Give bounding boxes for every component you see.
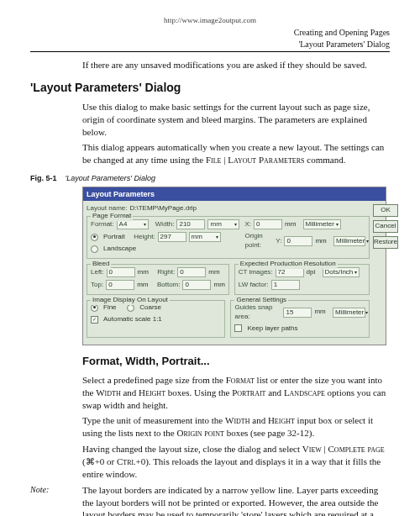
- guides-snap[interactable]: 15: [283, 308, 312, 318]
- group-general: General Settings Guides snap area:15mm M…: [230, 300, 369, 338]
- para-4: Type the unit of measurement into the Wi…: [82, 414, 390, 440]
- layout-parameters-dialog: Layout Parameters Layout name: D:\TEMP\M…: [82, 187, 386, 345]
- heading-format-width: Format, Width, Portrait...: [82, 354, 390, 369]
- intro-text: If there are any unsaved modifications y…: [82, 59, 390, 71]
- height-input[interactable]: 297: [158, 232, 186, 242]
- group-page-format: Page Format Format:A4▾ Width:210mm▾ Port…: [87, 216, 370, 259]
- width-unit[interactable]: mm▾: [207, 219, 239, 229]
- fine-radio[interactable]: [91, 304, 98, 312]
- unit-select-y[interactable]: Millimeter▾: [333, 236, 365, 246]
- format-select[interactable]: A4▾: [117, 219, 149, 229]
- coarse-radio[interactable]: [127, 304, 134, 312]
- bleed-top[interactable]: 0: [106, 280, 134, 290]
- group-bleed: Bleed Left:0mm Right:0mm Top:0mm Bottom:…: [87, 264, 229, 295]
- landscape-radio[interactable]: [91, 245, 98, 253]
- dialog-title: Layout Parameters: [83, 187, 386, 201]
- keep-paths-check[interactable]: [234, 324, 242, 332]
- bleed-left[interactable]: 0: [107, 267, 135, 277]
- figure-caption: Fig. 5-1 'Layout Parameters' Dialog: [30, 173, 390, 183]
- layout-name-value: D:\TEMP\MyPage.drlp: [129, 204, 197, 213]
- para-2: This dialog appears automatically when y…: [82, 141, 390, 166]
- group-resolution: Expected Production Resolution CT images…: [234, 264, 370, 295]
- group-image-display: Image Display On Layout Fine Coarse Auto…: [87, 300, 225, 338]
- header-section: 'Layout Parameters' Dialog: [30, 39, 390, 50]
- origin-x[interactable]: 0: [254, 219, 282, 229]
- guides-unit-select[interactable]: Millimeter▾: [333, 308, 365, 318]
- width-input[interactable]: 210: [176, 219, 205, 229]
- bleed-bottom[interactable]: 0: [182, 280, 211, 290]
- cancel-button[interactable]: Cancel: [373, 220, 398, 233]
- portrait-radio[interactable]: [91, 234, 98, 241]
- note-block: Note: The layout borders are indicated b…: [30, 484, 390, 516]
- heading-layout-parameters: 'Layout Parameters' Dialog: [30, 80, 390, 96]
- restore-button[interactable]: Restore: [373, 236, 398, 249]
- ct-unit-select[interactable]: Dots/Inch▾: [323, 267, 360, 277]
- lw-factor[interactable]: 1: [271, 280, 300, 290]
- para-1: Use this dialog to make basic settings f…: [82, 101, 390, 139]
- rule-top: [30, 51, 390, 52]
- note-label: Note:: [30, 484, 82, 516]
- para-5: Having changed the layout size, close th…: [82, 443, 390, 481]
- para-3: Select a predefined page size from the F…: [82, 374, 390, 412]
- source-url: http://www.image2output.com: [30, 15, 390, 25]
- header-chapter: Creating and Opening Pages: [30, 27, 390, 39]
- ok-button[interactable]: OK: [373, 204, 398, 217]
- autoscale-check[interactable]: [91, 316, 98, 324]
- note-text: The layout borders are indicated by a na…: [82, 484, 390, 516]
- unit-select-x[interactable]: Millimeter▾: [303, 219, 341, 229]
- bleed-right[interactable]: 0: [177, 267, 206, 277]
- origin-y[interactable]: 0: [284, 236, 312, 246]
- ct-dpi[interactable]: 72: [276, 267, 304, 277]
- height-unit[interactable]: mm▾: [189, 232, 221, 242]
- menu-path: File | Layout Parameters: [206, 155, 305, 165]
